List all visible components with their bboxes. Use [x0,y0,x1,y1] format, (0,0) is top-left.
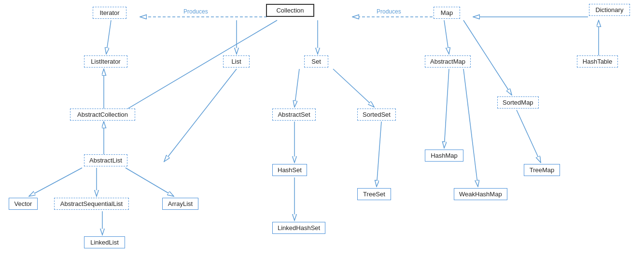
sortedmap-node: SortedMap [497,96,539,109]
sortedset-node: SortedSet [357,109,396,121]
svg-line-25 [463,69,478,187]
linkedhashset-node: LinkedHashSet [272,222,325,234]
treeset-node: TreeSet [357,188,391,200]
abstractset-node: AbstractSet [272,109,316,121]
hashset-node: HashSet [272,164,307,176]
svg-line-24 [444,69,449,148]
dictionary-node: Dictionary [589,4,630,16]
iterator-node: Iterator [93,7,126,19]
listiterator-node: ListIterator [84,55,127,68]
list-node: List [223,55,250,68]
linkedlist-node: LinkedList [84,236,125,248]
map-node: Map [434,7,460,19]
svg-line-16 [333,69,374,107]
abstractlist-node: AbstractList [84,154,127,166]
hashtable-node: HashTable [577,55,618,68]
svg-line-20 [29,168,82,196]
set-node: Set [304,55,328,68]
svg-line-9 [444,20,449,54]
svg-line-10 [463,20,512,95]
svg-line-19 [126,168,174,196]
svg-line-15 [294,69,299,107]
hashmap-node: HashMap [425,150,463,162]
svg-line-26 [517,110,541,163]
abstractsequentiallist-node: AbstractSequentialList [54,198,129,210]
vector-node: Vector [9,198,38,210]
svg-text:Produces: Produces [377,8,401,15]
abstractcollection-node: AbstractCollection [70,109,135,121]
arraylist-node: ArrayList [162,198,198,210]
collection-node: Collection [266,4,314,17]
weakhashmap-node: WeakHashMap [454,188,507,200]
svg-line-8 [116,20,277,116]
svg-text:Produces: Produces [183,8,208,15]
svg-line-11 [106,20,111,54]
abstractmap-node: AbstractMap [425,55,471,68]
svg-line-14 [164,69,237,162]
treemap-node: TreeMap [524,164,560,176]
svg-line-22 [377,122,381,187]
